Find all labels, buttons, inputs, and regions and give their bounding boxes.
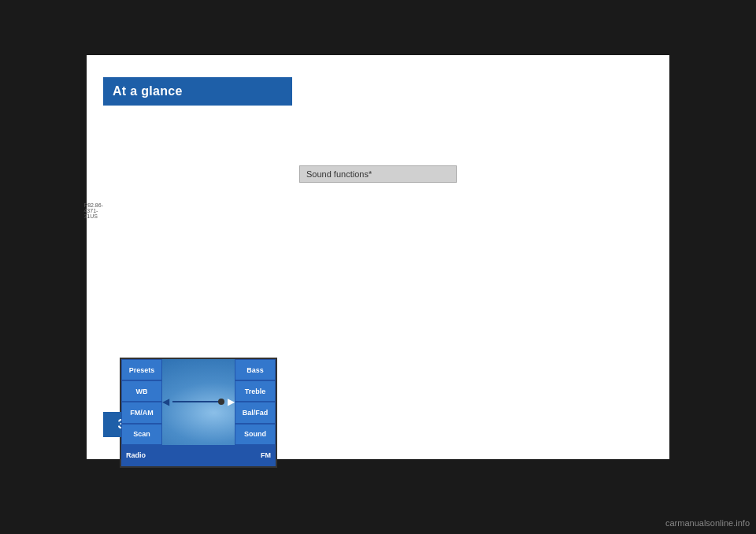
- radio-panel-inner: Presets WB FM/AM Scan Autost. Bass Trebl…: [121, 359, 276, 466]
- page: At a glance Sound functions* Presets WB …: [0, 0, 756, 534]
- sound-functions-label: Sound functions*: [306, 169, 372, 179]
- slider-line: [172, 401, 224, 402]
- slider-arrow-left-icon: ◀: [162, 396, 169, 407]
- at-a-glance-banner: At a glance: [103, 77, 292, 106]
- btn-fm-am[interactable]: FM/AM: [121, 402, 162, 423]
- border-right: [669, 55, 756, 459]
- radio-status-bar: Radio FM: [121, 445, 276, 466]
- sound-functions-box: Sound functions*: [299, 165, 457, 183]
- slider-thumb[interactable]: [218, 399, 224, 405]
- radio-status-right: FM: [261, 451, 271, 459]
- border-left: [0, 55, 87, 459]
- btn-scan[interactable]: Scan: [121, 424, 162, 445]
- btn-sound[interactable]: Sound: [235, 424, 276, 445]
- btn-wb[interactable]: WB: [121, 380, 162, 402]
- content-area: At a glance Sound functions* Presets WB …: [87, 55, 669, 459]
- btn-bal-fad[interactable]: Bal/Fad: [235, 402, 276, 423]
- border-top: [0, 0, 756, 55]
- watermark: carmanualsonline.info: [665, 518, 750, 528]
- radio-panel: Presets WB FM/AM Scan Autost. Bass Trebl…: [120, 358, 277, 468]
- slider-track[interactable]: [172, 401, 224, 402]
- center-slider-area: ◀ ▶: [162, 359, 235, 445]
- slider-arrow-right-icon: ▶: [228, 396, 235, 407]
- radio-status-left: Radio: [126, 451, 146, 459]
- reference-number: P82.86-4371-31US: [83, 202, 103, 219]
- at-a-glance-label: At a glance: [113, 84, 183, 98]
- btn-bass[interactable]: Bass: [235, 359, 276, 380]
- border-bottom: [0, 459, 756, 534]
- btn-treble[interactable]: Treble: [235, 380, 276, 402]
- btn-presets[interactable]: Presets: [121, 359, 162, 380]
